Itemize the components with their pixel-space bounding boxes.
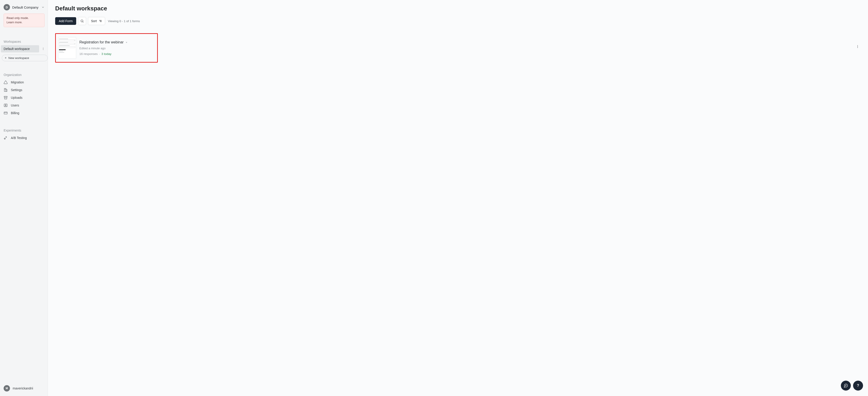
company-switcher[interactable]: D Default Company [0, 4, 48, 13]
form-row-menu-button[interactable] [855, 43, 860, 50]
sidebar-item-default-workspace[interactable]: Default workspace [1, 45, 39, 53]
svg-rect-9 [4, 96, 7, 97]
sidebar-item-users[interactable]: Users [0, 101, 48, 109]
svg-rect-13 [4, 112, 7, 114]
workspaces-section-label: Workspaces [0, 40, 48, 45]
user-avatar: M [4, 385, 10, 392]
help-icon: ? [857, 384, 859, 388]
form-thumbnail [58, 37, 76, 59]
sidebar-item-migration[interactable]: Migration [0, 78, 48, 86]
svg-point-20 [857, 45, 858, 46]
organization-section-label: Organization [0, 73, 48, 78]
user-name: maverickandrii [13, 387, 33, 390]
dash-separator: - [99, 52, 100, 56]
help-fab[interactable]: ? [853, 381, 863, 391]
warning-triangle-icon [4, 80, 8, 84]
readonly-notice[interactable]: Read only mode. Learn more. [4, 13, 44, 27]
company-avatar: D [4, 4, 10, 10]
search-icon [80, 19, 84, 23]
credit-card-icon [4, 111, 8, 115]
chevron-down-icon [41, 6, 44, 9]
company-name: Default Company [12, 5, 39, 9]
sparkle-icon [4, 136, 8, 140]
sort-icon [99, 19, 102, 23]
svg-rect-5 [4, 88, 6, 92]
svg-line-16 [83, 22, 84, 22]
svg-rect-6 [6, 89, 7, 91]
sidebar-item-label: Uploads [11, 96, 22, 99]
sidebar-item-ab-testing[interactable]: A/B Testing [0, 134, 48, 142]
svg-point-12 [5, 104, 6, 105]
main-content: Default workspace Add Form Sort Viewing … [48, 0, 868, 396]
new-workspace-label: New workspace [8, 56, 29, 60]
chat-icon [844, 383, 848, 388]
form-card-body: Registration for the webinar Edited a mi… [80, 37, 155, 59]
svg-point-15 [81, 20, 83, 22]
svg-point-0 [43, 48, 43, 48]
svg-point-1 [43, 48, 43, 49]
svg-point-21 [857, 46, 858, 47]
toolbar: Add Form Sort Viewing 0 - 1 of 1 forms [55, 17, 861, 25]
sidebar-item-label: Settings [11, 88, 22, 92]
svg-point-2 [43, 50, 43, 50]
highlight-box: Registration for the webinar Edited a mi… [55, 33, 158, 63]
sidebar-item-uploads[interactable]: Uploads [0, 94, 48, 101]
sidebar-item-label: Billing [11, 111, 19, 115]
notice-line1: Read only mode. [6, 16, 41, 20]
form-today: 3 today [101, 52, 112, 56]
form-edited: Edited a minute ago [80, 46, 105, 50]
sort-label: Sort [91, 19, 97, 23]
chat-fab[interactable] [841, 381, 851, 391]
svg-point-22 [857, 47, 858, 48]
dot-separator-icon [126, 42, 127, 43]
new-workspace-button[interactable]: New workspace [2, 55, 48, 61]
users-icon [4, 103, 8, 107]
sort-button[interactable]: Sort [88, 17, 105, 25]
experiments-section-label: Experiments [0, 129, 48, 134]
form-responses: 16 responses [80, 52, 98, 56]
building-icon [4, 88, 8, 92]
form-title: Registration for the webinar [80, 40, 124, 44]
archive-icon [4, 96, 8, 100]
sidebar-item-label: A/B Testing [11, 136, 27, 140]
sidebar: D Default Company Read only mode. Learn … [0, 0, 48, 396]
sidebar-item-billing[interactable]: Billing [0, 109, 48, 117]
search-button[interactable] [78, 17, 86, 25]
account-row[interactable]: M maverickandrii [0, 384, 48, 393]
viewing-count: Viewing 0 - 1 of 1 forms [108, 20, 140, 23]
sidebar-item-label: Users [11, 103, 19, 107]
notice-line2: Learn more. [6, 20, 41, 25]
fab-container: ? [841, 381, 863, 391]
workspace-menu-button[interactable] [40, 46, 46, 52]
page-title: Default workspace [55, 5, 861, 12]
form-card[interactable]: Registration for the webinar Edited a mi… [57, 35, 156, 61]
add-form-button[interactable]: Add Form [55, 17, 76, 25]
sidebar-item-label: Migration [11, 80, 24, 84]
sidebar-item-settings[interactable]: Settings [0, 86, 48, 94]
